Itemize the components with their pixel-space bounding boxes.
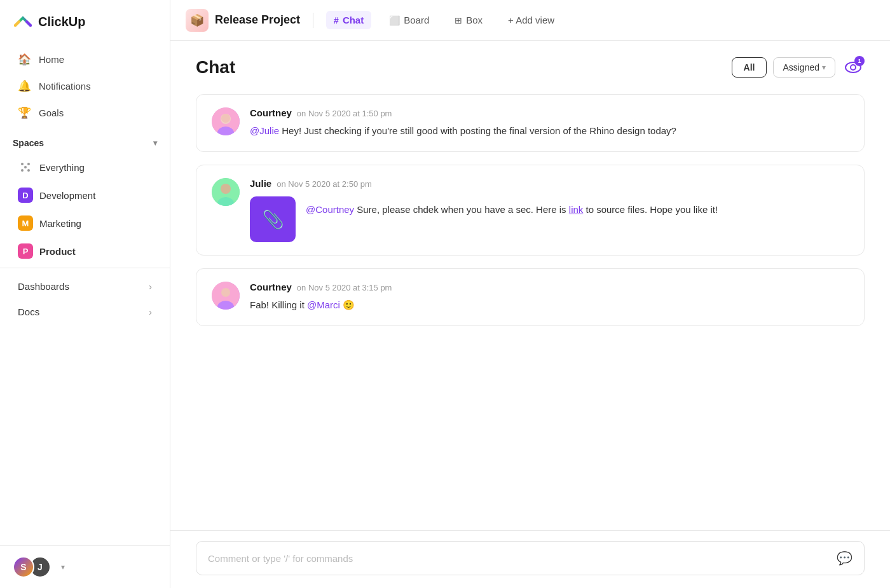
main-content: 📦 Release Project # Chat ⬜ Board ⊞ Box +… [170,0,890,588]
avatar-courtney-2 [212,282,240,310]
chat-title: Chat [196,57,235,78]
message-link[interactable]: link [569,204,584,215]
avatar-courtney-1 [212,107,240,135]
board-icon: ⬜ [389,15,400,25]
mention-marci: @Marci [307,299,340,310]
svg-point-1 [27,163,30,165]
filter-assigned-dropdown[interactable]: Assigned ▾ [773,57,835,78]
footer-chevron-icon[interactable]: ▾ [61,563,65,571]
chat-area: Chat All Assigned ▾ 1 [170,41,890,530]
product-badge: P [18,243,33,259]
tab-board-label: Board [404,15,429,25]
sidebar-item-home[interactable]: 🏠 Home [5,46,165,72]
message-row-2: Julie on Nov 5 2020 at 2:50 pm 📎 @Courtn… [212,178,849,242]
marketing-label: Marketing [39,218,81,229]
development-label: Development [39,190,95,201]
sidebar: ClickUp 🏠 Home 🔔 Notifications 🏆 Goals S… [0,0,170,588]
tab-chat-label: Chat [343,15,364,25]
sidebar-logo: ClickUp [0,0,170,43]
topbar-divider [313,13,313,28]
tab-box-label: Box [466,15,483,25]
filter-chevron-icon: ▾ [822,63,826,72]
spaces-label: Spaces [13,138,44,148]
svg-point-6 [851,65,856,70]
sidebar-item-notifications[interactable]: 🔔 Notifications [5,73,165,99]
message-row-1: Courtney on Nov 5 2020 at 1:50 pm @Julie… [212,107,849,139]
svg-point-0 [21,163,24,165]
bell-icon: 🔔 [18,79,31,93]
sidebar-item-marketing[interactable]: M Marketing [5,210,165,236]
attachment-row: 📎 @Courtney Sure, please chdek when you … [250,196,849,242]
attachment-body-1: Sure, please chdek when you have a sec. … [354,204,569,215]
courtney-avatar-image [212,107,240,135]
message-emoji: 🙂 [343,299,355,310]
message-content-2: Julie on Nov 5 2020 at 2:50 pm 📎 @Courtn… [250,178,849,242]
sidebar-item-development[interactable]: D Development [5,182,165,209]
message-author-3: Courtney [250,282,292,292]
message-author-2: Julie [250,178,271,189]
message-card-3: Courtney on Nov 5 2020 at 3:15 pm Fab! K… [196,268,865,326]
svg-point-12 [221,184,231,194]
svg-point-10 [221,114,230,123]
message-time-3: on Nov 5 2020 at 3:15 pm [297,283,392,292]
filter-assigned-label: Assigned [783,62,819,72]
chat-input-area: Comment or type '/' for commands 💬 [170,530,890,588]
message-author-1: Courtney [250,107,292,118]
message-text-3: Fab! Killing it @Marci 🙂 [250,297,849,313]
message-body-1: Hey! Just checking if you're still good … [279,125,676,136]
attachment-icon[interactable]: 📎 [250,196,296,242]
message-header-2: Julie on Nov 5 2020 at 2:50 pm [250,178,849,189]
message-content-3: Courtney on Nov 5 2020 at 3:15 pm Fab! K… [250,282,849,313]
message-row-3: Courtney on Nov 5 2020 at 3:15 pm Fab! K… [212,282,849,313]
chat-header: Chat All Assigned ▾ 1 [196,56,865,79]
julie-avatar-image [212,178,240,206]
dashboards-chevron-icon: › [149,281,152,292]
spaces-section-header: Spaces ▾ [0,129,170,153]
chat-icon: 💬 [837,550,852,566]
chat-input-box[interactable]: Comment or type '/' for commands 💬 [196,541,865,575]
dashboards-label: Dashboards [18,281,69,292]
attachment-body-2: to source files. Hope you like it! [583,204,718,215]
svg-point-4 [24,166,27,168]
sidebar-bottom-section: Dashboards › Docs › [0,268,170,330]
marketing-badge: M [18,215,33,231]
sidebar-item-everything[interactable]: Everything [5,154,165,181]
tab-board[interactable]: ⬜ Board [381,11,437,29]
courtney-avatar-image-2 [212,282,240,310]
message-time-2: on Nov 5 2020 at 2:50 pm [277,179,372,189]
tab-chat[interactable]: # Chat [326,11,371,29]
docs-chevron-icon: › [149,306,152,317]
everything-label: Everything [39,162,85,173]
svg-point-2 [21,169,24,172]
topbar: 📦 Release Project # Chat ⬜ Board ⊞ Box +… [170,0,890,41]
tab-box[interactable]: ⊞ Box [447,11,490,29]
spaces-chevron-icon[interactable]: ▾ [153,139,157,147]
sidebar-item-product[interactable]: P Product [5,238,165,264]
message-card-2: Julie on Nov 5 2020 at 2:50 pm 📎 @Courtn… [196,165,865,256]
avatar-user1: S [13,556,34,578]
filter-all-button[interactable]: All [732,57,767,78]
clickup-logo-icon [13,11,33,32]
sidebar-footer: S J ▾ [0,545,170,588]
hash-icon: # [334,15,339,25]
box-icon: ⊞ [455,15,462,25]
sidebar-item-goals[interactable]: 🏆 Goals [5,100,165,126]
product-label: Product [39,246,76,257]
docs-label: Docs [18,306,39,317]
message-card-1: Courtney on Nov 5 2020 at 1:50 pm @Julie… [196,94,865,152]
everything-icon [18,160,33,175]
message-body-3-pre: Fab! Killing it [250,299,307,310]
message-header-3: Courtney on Nov 5 2020 at 3:15 pm [250,282,849,292]
add-view-button[interactable]: + Add view [500,11,562,29]
sidebar-item-dashboards[interactable]: Dashboards › [5,274,165,299]
avatar-stack: S J [13,556,51,578]
message-time-1: on Nov 5 2020 at 1:50 pm [297,109,392,118]
development-badge: D [18,188,33,203]
sidebar-item-docs[interactable]: Docs › [5,299,165,324]
app-name: ClickUp [38,15,85,29]
svg-point-3 [27,169,30,172]
svg-point-15 [221,288,230,297]
sidebar-home-label: Home [39,54,64,65]
watch-button[interactable]: 1 [842,56,865,79]
chat-header-controls: All Assigned ▾ 1 [732,56,865,79]
